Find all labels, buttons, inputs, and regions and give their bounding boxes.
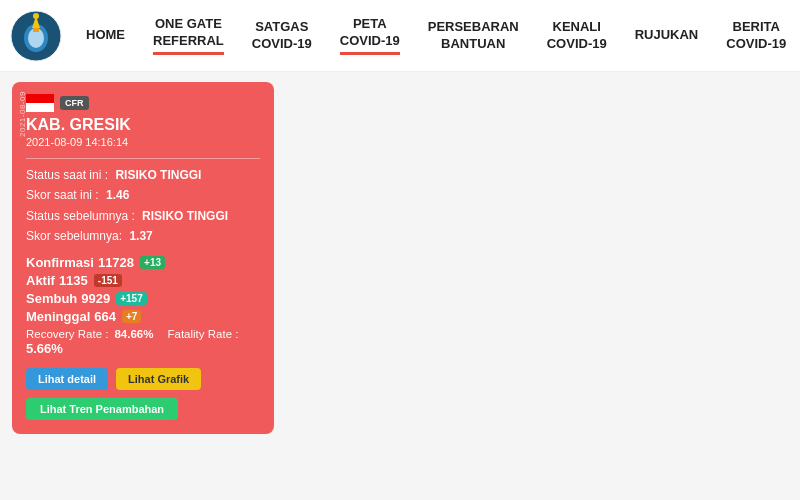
logo [10, 10, 62, 62]
nav-persebaran-bantuan[interactable]: PERSEBARANBANTUAN [414, 11, 533, 61]
svg-rect-5 [33, 28, 39, 32]
nav-satgas-covid[interactable]: SATGASCOVID-19 [238, 11, 326, 61]
skor-prev: Skor sebelumnya: 1.37 [26, 226, 260, 246]
nav-rujukan[interactable]: RUJUKAN [621, 19, 713, 52]
nav-berita-covid[interactable]: BERITACOVID-19 [712, 11, 800, 61]
cfr-badge: CFR [60, 96, 89, 110]
card-status-section: Status saat ini : RISIKO TINGGI Skor saa… [26, 165, 260, 247]
nav-kenali-covid[interactable]: KENALICOVID-19 [533, 11, 621, 61]
aktif-delta: -151 [94, 274, 122, 287]
nav-home[interactable]: HOME [72, 19, 139, 52]
lihat-tren-button[interactable]: Lihat Tren Penambahan [26, 398, 178, 420]
rate-row: Recovery Rate : 84.66% Fatality Rate : [26, 328, 260, 340]
svg-point-4 [33, 13, 39, 19]
card-top-row: CFR [26, 94, 260, 112]
lihat-detail-button[interactable]: Lihat detail [26, 368, 108, 390]
region-card: 2021-08-09 CFR KAB. GRESIK 2021-08-09 14… [12, 82, 274, 434]
navbar: HOME ONE GATEREFERRAL SATGASCOVID-19 PET… [0, 0, 800, 72]
stat-konfirmasi: Konfirmasi 11728 +13 [26, 255, 260, 270]
indonesia-flag [26, 94, 54, 112]
stat-aktif: Aktif 1135 -151 [26, 273, 260, 288]
card-rotated-date: 2021-08-09 [18, 91, 27, 137]
konfirmasi-delta: +13 [140, 256, 165, 269]
meninggal-delta: +7 [122, 310, 141, 323]
card-datetime: 2021-08-09 14:16:14 [26, 136, 260, 148]
card-btn-row1: Lihat detail Lihat Grafik [26, 368, 260, 390]
lihat-grafik-button[interactable]: Lihat Grafik [116, 368, 201, 390]
sembuh-delta: +157 [116, 292, 147, 305]
card-region-title: KAB. GRESIK [26, 116, 260, 134]
stat-sembuh: Sembuh 9929 +157 [26, 291, 260, 306]
fatality-value: 5.66% [26, 341, 260, 356]
card-stats: Konfirmasi 11728 +13 Aktif 1135 -151 Sem… [26, 255, 260, 324]
stat-meninggal: Meninggal 664 +7 [26, 309, 260, 324]
skor-current: Skor saat ini : 1.46 [26, 185, 260, 205]
main-content: 2021-08-09 CFR KAB. GRESIK 2021-08-09 14… [0, 72, 800, 500]
nav-peta-covid[interactable]: PETACOVID-19 [326, 8, 414, 63]
nav-one-gate-referral[interactable]: ONE GATEREFERRAL [139, 8, 238, 63]
nav-items: HOME ONE GATEREFERRAL SATGASCOVID-19 PET… [72, 8, 800, 63]
status-prev: Status sebelumnya : RISIKO TINGGI [26, 206, 260, 226]
card-btn-row2: Lihat Tren Penambahan [26, 398, 260, 420]
status-current: Status saat ini : RISIKO TINGGI [26, 165, 260, 185]
